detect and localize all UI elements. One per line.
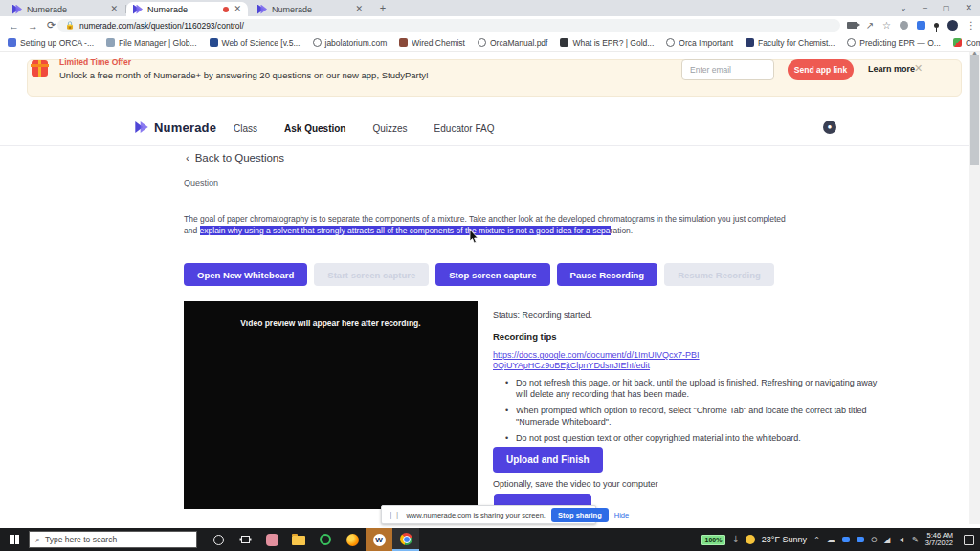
bookmark-item[interactable]: Web of Science [v.5...: [210, 38, 301, 48]
firefox-button[interactable]: [339, 528, 366, 551]
whiteboard-app-button[interactable]: W: [366, 528, 392, 551]
browser-tab-3[interactable]: Numerade ✕: [251, 2, 369, 16]
nav-class[interactable]: Class: [234, 123, 257, 134]
camera-tray-icon[interactable]: ⊙: [871, 535, 878, 544]
tab-close-icon[interactable]: ✕: [234, 5, 241, 13]
taskbar-clock[interactable]: 5:46 AM 3/7/2022: [925, 532, 953, 548]
chevron-left-icon: ‹: [186, 152, 189, 164]
search-placeholder: Type here to search: [45, 535, 117, 544]
tab-close-icon[interactable]: ✕: [110, 5, 118, 13]
notification-center-icon[interactable]: [964, 535, 974, 545]
bookmark-item[interactable]: File Manager | Glob...: [106, 38, 197, 48]
task-view-button[interactable]: [232, 528, 258, 551]
bookmark-item[interactable]: Faculty for Chemist...: [746, 38, 835, 48]
new-tab-button[interactable]: +: [376, 2, 390, 15]
globe-icon: [313, 38, 322, 47]
site-icon: [746, 38, 754, 47]
bookmark-item[interactable]: Compound Interest...: [953, 38, 980, 48]
photos-icon: [266, 534, 278, 546]
shield-extension-icon[interactable]: [917, 21, 925, 30]
numerade-logo-icon[interactable]: [134, 120, 149, 135]
page-scrollbar[interactable]: ▲: [969, 52, 980, 524]
close-window-button[interactable]: ✕: [965, 3, 972, 12]
stop-sharing-button[interactable]: Stop sharing: [551, 508, 609, 522]
browser-tab-2-active[interactable]: Numerade ✕: [126, 2, 248, 16]
tab-search-icon[interactable]: ⌄: [900, 3, 907, 12]
open-new-whiteboard-button[interactable]: Open New Whiteboard: [184, 263, 307, 286]
file-explorer-button[interactable]: [285, 528, 312, 551]
volume-icon[interactable]: ◄: [897, 535, 904, 544]
bookmark-item[interactable]: Wired Chemist: [399, 38, 465, 48]
pen-icon[interactable]: ✎: [912, 535, 919, 544]
gift-icon: [32, 60, 48, 77]
share-icon[interactable]: ↗: [866, 20, 874, 31]
nav-educator-faq[interactable]: Educator FAQ: [434, 123, 495, 134]
nav-quizzes[interactable]: Quizzes: [372, 123, 407, 134]
maximize-button[interactable]: ▢: [943, 4, 950, 12]
forward-icon[interactable]: →: [28, 20, 38, 32]
cortana-button[interactable]: [205, 528, 232, 551]
battery-indicator[interactable]: 100%: [701, 535, 725, 545]
numerade-favicon-icon: [257, 5, 267, 14]
bookmark-item[interactable]: What is EPR? | Gold...: [560, 38, 654, 48]
start-button[interactable]: [0, 528, 29, 551]
site-icon: [560, 38, 568, 47]
bookmark-star-icon[interactable]: ☆: [882, 20, 891, 31]
bookmark-item[interactable]: Orca Important: [666, 38, 733, 48]
pin-extension-icon[interactable]: [934, 23, 939, 28]
bookmark-item[interactable]: OrcaManual.pdf: [478, 38, 547, 48]
recording-status: Status: Recording started.: [493, 310, 592, 320]
pause-recording-button[interactable]: Pause Recording: [557, 263, 658, 286]
tip-item: When prompted which option to record, se…: [505, 406, 880, 428]
reload-icon[interactable]: ⟳: [47, 19, 56, 32]
numerade-wordmark[interactable]: Numerade: [154, 121, 216, 135]
profile-avatar[interactable]: [947, 20, 958, 31]
minimize-button[interactable]: –: [923, 3, 927, 12]
back-icon[interactable]: ←: [9, 20, 19, 32]
site-icon: [953, 38, 962, 47]
recording-controls: Open New Whiteboard Start screen capture…: [184, 263, 774, 286]
stop-screen-capture-button[interactable]: Stop screen capture: [435, 263, 549, 286]
upload-and-finish-button[interactable]: Upload and Finish: [493, 447, 603, 473]
tip-item: Do not post question text or other copyr…: [505, 433, 880, 445]
nav-ask-question[interactable]: Ask Question: [284, 123, 345, 134]
bookmark-item[interactable]: Predicting EPR — O...: [847, 38, 941, 48]
onedrive-icon[interactable]: ☁: [827, 535, 835, 544]
account-avatar[interactable]: ●: [823, 121, 836, 134]
scrollbar-thumb[interactable]: [970, 55, 979, 165]
photos-app-button[interactable]: [258, 528, 285, 551]
send-app-link-button[interactable]: Send app link: [788, 59, 854, 80]
bookmark-item[interactable]: Setting up ORCA -...: [8, 38, 94, 48]
network-icon[interactable]: ◢: [884, 535, 891, 544]
mouse-cursor: [469, 230, 479, 244]
banner-close-icon[interactable]: ✕: [914, 62, 923, 75]
chrome-button[interactable]: [392, 528, 419, 551]
tab-close-icon[interactable]: ✕: [355, 5, 363, 13]
hide-share-bar-link[interactable]: Hide: [614, 511, 629, 519]
bluetooth-icon[interactable]: [842, 537, 850, 542]
share-message: www.numerade.com is sharing your screen.: [406, 511, 545, 519]
tab-recording-icon: [223, 7, 229, 12]
back-to-questions-link[interactable]: ‹ Back to Questions: [186, 152, 284, 164]
camera-indicator-icon[interactable]: [847, 22, 858, 29]
site-icon: [399, 38, 408, 47]
bluetooth-icon[interactable]: [857, 537, 864, 542]
weather-text[interactable]: 23°F Sunny: [762, 535, 807, 544]
system-tray: 100% ⏚ 23°F Sunny ⌃ ☁ ⊙ ◢ ◄ ✎ 5:46 AM 3/…: [701, 532, 980, 548]
recorder-app-button[interactable]: [312, 528, 339, 551]
menu-icon[interactable]: ⋮: [967, 20, 976, 31]
bookmark-item[interactable]: jabolatorium.com: [313, 38, 388, 48]
tips-doc-link[interactable]: https://docs.google.com/document/d/1ImUI…: [493, 350, 702, 371]
learn-more-link[interactable]: Learn more: [868, 64, 915, 74]
chevron-up-icon[interactable]: ⌃: [813, 535, 820, 544]
banner-title: Limited Time Offer: [59, 57, 131, 67]
address-bar[interactable]: 🔒 numerade.com/ask/question/1160293/cont…: [57, 19, 840, 32]
question-label: Question: [184, 178, 218, 187]
firefox-icon: [346, 534, 359, 546]
extension-icon[interactable]: [900, 21, 908, 30]
email-field[interactable]: [681, 59, 774, 80]
browser-tab-1[interactable]: Numerade ✕: [6, 2, 124, 16]
site-icon: [8, 38, 16, 47]
tab-title: Numerade: [147, 5, 218, 14]
taskbar-search-input[interactable]: ⌕ Type here to search: [29, 531, 197, 548]
